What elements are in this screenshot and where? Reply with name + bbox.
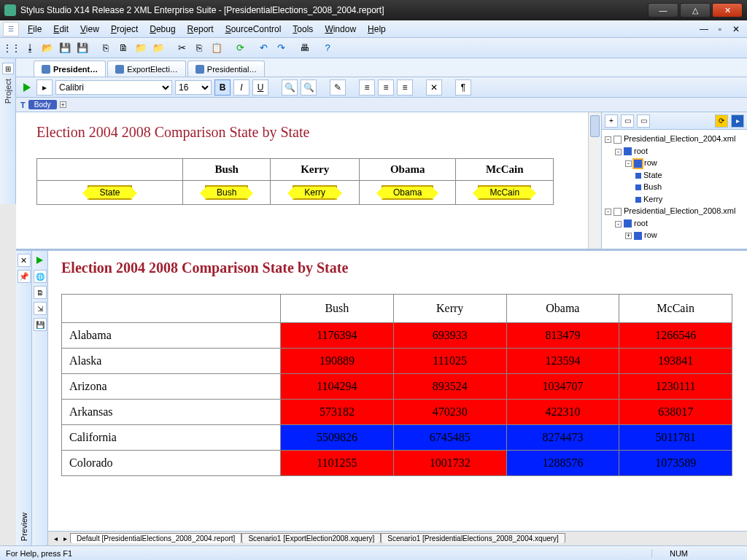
maximize-button[interactable]: △: [680, 3, 711, 18]
field-mccain[interactable]: McCain: [478, 185, 531, 200]
preview-browser-button[interactable]: 🌐: [34, 270, 47, 283]
cut-button[interactable]: ✂: [174, 40, 190, 56]
run-button[interactable]: [23, 83, 31, 92]
project-tab-icon[interactable]: ⊞: [2, 63, 14, 74]
tree-root[interactable]: -root: [605, 217, 744, 230]
pilcrow-button[interactable]: ¶: [455, 79, 471, 96]
folder-button[interactable]: 📁: [150, 40, 166, 56]
tree-row[interactable]: -row: [605, 157, 744, 169]
copy2-button[interactable]: ⎘: [191, 40, 207, 56]
mdi-minimize-button[interactable]: —: [697, 23, 711, 35]
cell-value: 638017: [619, 400, 732, 425]
doc-tab[interactable]: Presidential…: [187, 61, 265, 77]
close-button[interactable]: ✕: [712, 3, 743, 18]
tree-new-button[interactable]: +: [605, 114, 618, 128]
design-canvas[interactable]: Election 2004 2008 Comparison State by S…: [16, 112, 588, 249]
redo-button[interactable]: ↷: [273, 40, 289, 56]
results-row: Alabama11763946939338134791266546: [62, 323, 732, 349]
preview-close-button[interactable]: ✕: [18, 254, 31, 267]
tree-settings-button[interactable]: ▸: [731, 114, 744, 128]
minimize-button[interactable]: —: [648, 3, 678, 18]
tree-leaf[interactable]: Kerry: [605, 193, 744, 206]
tab-nav-left[interactable]: ◂: [51, 534, 61, 542]
tree-row[interactable]: +row: [605, 229, 744, 241]
tree-open-button[interactable]: ▭: [621, 114, 634, 128]
preview-tab-default[interactable]: Default [PresidentialElections_2008_2004…: [70, 533, 241, 543]
field-bush[interactable]: Bush: [205, 185, 248, 200]
tree-leaf[interactable]: Bush: [605, 181, 744, 193]
field-state[interactable]: State: [88, 185, 131, 200]
menubar: ☰ FileEditViewProjectDebugReportSourceCo…: [0, 20, 747, 38]
tree-file[interactable]: -Presidential_Election_2004.xml: [605, 133, 744, 145]
menu-report[interactable]: Report: [182, 22, 220, 36]
bold-button[interactable]: B: [214, 79, 231, 96]
align-center-button[interactable]: ≡: [378, 79, 394, 96]
folder-up-button[interactable]: 📁: [133, 40, 149, 56]
tree-leaf[interactable]: State: [605, 169, 744, 182]
align-right-button[interactable]: ≡: [397, 79, 413, 96]
menu-sourcecontrol[interactable]: SourceControl: [220, 22, 287, 36]
find-button[interactable]: 🔍: [282, 79, 298, 96]
undo-button[interactable]: ↶: [255, 40, 271, 56]
preview-doc-button[interactable]: 🗎: [34, 286, 47, 299]
paste-button[interactable]: 📋: [209, 40, 225, 56]
doc-tab[interactable]: President…: [34, 61, 106, 77]
field-obama[interactable]: Obama: [382, 185, 433, 200]
menu-view[interactable]: View: [74, 22, 105, 36]
tab-nav-right[interactable]: ▸: [61, 534, 70, 542]
menu-help[interactable]: Help: [362, 22, 392, 36]
preview-tab-scenario1b[interactable]: Scenario1 [PresidentialElections_2008_20…: [381, 533, 565, 543]
preview-run-button[interactable]: [36, 257, 43, 264]
menu-edit[interactable]: Edit: [47, 22, 74, 36]
find-next-button[interactable]: 🔍: [301, 79, 317, 96]
clear-format-button[interactable]: ✕: [426, 79, 442, 96]
font-size-select[interactable]: 16: [175, 80, 212, 95]
menu-window[interactable]: Window: [319, 22, 362, 36]
underline-button[interactable]: U: [252, 79, 268, 96]
menu-debug[interactable]: Debug: [144, 22, 181, 36]
tree-folder-button[interactable]: ▭: [637, 114, 650, 128]
field-kerry[interactable]: Kerry: [293, 185, 337, 200]
app-menu-icon[interactable]: ☰: [3, 22, 19, 36]
italic-button[interactable]: I: [233, 79, 249, 96]
data-binding-row[interactable]: State Bush Kerry Obama McCain: [37, 181, 554, 205]
preview-pin-button[interactable]: 📌: [18, 270, 31, 283]
step-button[interactable]: ▸: [36, 79, 53, 96]
body-tag[interactable]: Body: [28, 100, 57, 109]
save-all-button[interactable]: 💾: [74, 40, 90, 56]
expand-icon[interactable]: +: [60, 101, 66, 108]
help-button[interactable]: ?: [320, 40, 336, 56]
copy-button[interactable]: ⎘: [98, 40, 114, 56]
print-button[interactable]: 🖶: [296, 40, 312, 56]
tree-file[interactable]: -Presidential_Election_2008.xml: [605, 205, 744, 217]
design-table[interactable]: Bush Kerry Obama McCain State Bush Kerry…: [36, 158, 554, 205]
preview-export-button[interactable]: ⇲: [34, 302, 47, 315]
report-title[interactable]: Election 2004 2008 Comparison State by S…: [36, 124, 568, 141]
preview-rail-label: Preview: [20, 513, 28, 541]
menu-file[interactable]: File: [22, 22, 47, 36]
menu-tools[interactable]: Tools: [287, 22, 319, 36]
results-col: McCain: [619, 295, 732, 323]
project-rail[interactable]: ⊞ Project: [0, 58, 16, 204]
new-doc-button[interactable]: 🗎: [115, 40, 131, 56]
menu-project[interactable]: Project: [105, 22, 144, 36]
results-col: Obama: [506, 295, 619, 323]
font-family-select[interactable]: Calibri: [55, 80, 172, 95]
tree-refresh-button[interactable]: ⟳: [715, 114, 728, 128]
design-scrollbar[interactable]: [588, 112, 601, 249]
preview-tab-scenario1a[interactable]: Scenario1 [ExportElection2008.xquery]: [241, 533, 381, 543]
refresh-button[interactable]: ⟳: [232, 40, 248, 56]
save-button[interactable]: 💾: [57, 40, 73, 56]
mdi-restore-button[interactable]: ▫: [713, 23, 727, 35]
highlight-button[interactable]: ✎: [330, 79, 346, 96]
tree-body[interactable]: -Presidential_Election_2004.xml-root-row…: [602, 130, 747, 249]
doc-tab[interactable]: ExportElecti…: [107, 61, 186, 77]
tree-root[interactable]: -root: [605, 145, 744, 158]
download-button[interactable]: ⭳: [22, 40, 38, 56]
open-button[interactable]: 📂: [39, 40, 55, 56]
preview-bottom-tabs: ◂ ▸ Default [PresidentialElections_2008_…: [48, 531, 747, 545]
preview-viewport[interactable]: Election 2004 2008 Comparison State by S…: [48, 251, 747, 531]
mdi-close-button[interactable]: ✕: [729, 23, 743, 35]
align-left-button[interactable]: ≡: [359, 79, 375, 96]
preview-save-button[interactable]: 💾: [34, 318, 47, 331]
